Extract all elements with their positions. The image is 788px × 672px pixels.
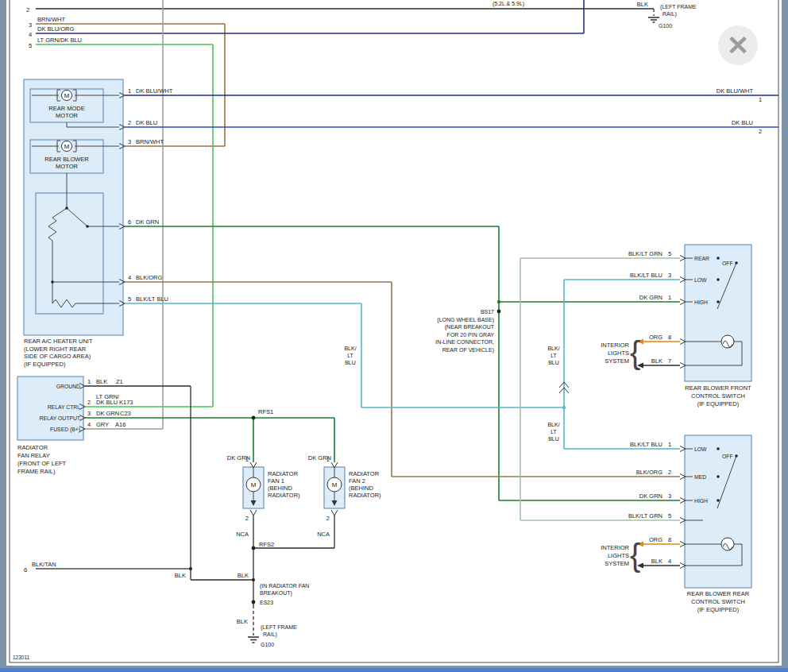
switch-position-label: OFF <box>722 454 733 459</box>
page-ref: 5 <box>29 42 32 49</box>
blower-motor-label: REAR BLOWER <box>44 156 89 163</box>
relay-row-label: GROUND <box>56 384 80 389</box>
pin-number: 3 <box>668 492 671 500</box>
blower-motor-label: MOTOR <box>56 163 78 170</box>
engine-note: (5.2L & 5.9L) <box>492 1 524 7</box>
component-caption: (IF EQUIPPED) <box>697 606 740 613</box>
mode-motor-label: REAR MODE <box>48 105 84 112</box>
wire-color-label: BLK/LT GRN <box>628 250 662 257</box>
motor-letter: M <box>64 92 70 99</box>
pin-number: 2 <box>87 399 91 406</box>
component-caption: REAR BLOWER FRONT <box>685 384 751 392</box>
interior-lights-label: INTERIOR <box>601 544 629 551</box>
wire-color-label: BLK/LT GRN <box>628 512 662 519</box>
interior-lights-label: LIGHTS <box>608 350 629 357</box>
wire-color-label: DK BLU <box>136 119 157 126</box>
component-caption: RADIATOR <box>349 470 380 477</box>
pin-number: 2 <box>668 469 671 476</box>
sheet-id: 123011 <box>13 655 30 660</box>
component-caption: RADIATOR) <box>268 492 300 499</box>
pin-number: 7 <box>668 357 671 365</box>
wire-color-label: GRY <box>96 421 109 428</box>
component-caption: RADIATOR <box>17 444 48 451</box>
pin-number: 3 <box>87 410 91 417</box>
wire-color-label: BLK <box>175 572 186 579</box>
pin-number: 8 <box>668 536 671 543</box>
circuit-id: Z1 <box>116 378 123 385</box>
interior-lights-label: SYSTEM <box>605 357 629 365</box>
pin-number: 4 <box>128 274 131 281</box>
wire-color-label: ORG <box>649 334 662 341</box>
wire-color-label: DK GRN <box>308 454 331 462</box>
wire-color-label: BRN/WHT <box>37 16 65 23</box>
component-caption: (BEHIND <box>268 485 292 492</box>
wiring-diagram-viewer: 123011 <box>0 0 788 672</box>
wire-color-label: ORG <box>649 536 662 543</box>
splice-label: RFS2 <box>259 541 274 548</box>
motor-letter: M <box>332 481 338 489</box>
circuit-id: C23 <box>120 410 131 417</box>
splice-location: IN-LINE CONNECTOR, <box>435 339 494 345</box>
motor-letter: M <box>251 481 257 489</box>
interior-lights-label: SYSTEM <box>605 560 629 567</box>
pin-number: 1 <box>128 87 131 95</box>
wire-color-label: LT <box>550 353 557 358</box>
switch-position-label: REAR <box>694 256 709 261</box>
wire-color-label: DK GRN <box>639 492 662 500</box>
wire-color-label: BLK/ORG <box>136 274 163 281</box>
component-caption: (BEHIND <box>349 485 373 492</box>
pin-number: 2 <box>128 119 131 126</box>
splice-location: (LONG WHEEL BASE) <box>437 317 494 323</box>
wire-color-label: BLK <box>238 572 249 579</box>
component-caption: RADIATOR) <box>349 492 381 499</box>
wire-color-label: LT GRN/DK BLU <box>37 37 82 44</box>
wire-color-label: DK GRN <box>136 218 159 226</box>
wire-color-label: NCA <box>236 531 249 538</box>
splice-location: REAR OF VEHICLE) <box>442 347 494 353</box>
wire-color-label: BLK/ <box>547 422 559 427</box>
ground-name: G100 <box>659 23 672 29</box>
mode-motor-label: MOTOR <box>56 112 78 119</box>
interior-lights-label: INTERIOR <box>601 342 629 349</box>
splice-location: FOR 20 PIN GRAY <box>447 332 495 338</box>
pin-number: 4 <box>668 558 671 565</box>
pin-number: 5 <box>668 250 671 257</box>
component-caption: REAR BLOWER REAR <box>687 590 750 597</box>
component-caption: (IF EQUIPPED) <box>697 400 740 407</box>
component-caption: FAN 1 <box>268 477 284 485</box>
circuit-id: K173 <box>119 399 133 406</box>
motor-letter: M <box>64 143 70 150</box>
close-button[interactable]: ✕ <box>718 25 758 65</box>
component-caption: FAN RELAY <box>17 452 50 459</box>
switch-position-label: LOW <box>694 277 707 283</box>
wire-color-label: LT <box>550 429 557 434</box>
wire-color-label: DK BLU <box>732 119 753 126</box>
component-caption: REAR A/C HEATER UNIT <box>24 338 93 345</box>
wire-color-label: DK GRN <box>96 410 119 417</box>
wire-color-label: BLK <box>651 357 662 365</box>
wire-color-label: DK BLU <box>96 399 118 406</box>
wire-color-label: BLU <box>548 360 559 365</box>
pin-number: 4 <box>87 421 91 428</box>
component-caption: RADIATOR <box>268 470 299 477</box>
switch-position-label: HIGH <box>694 498 708 504</box>
wire-color-label: BLK/TAN <box>32 561 56 568</box>
switch-position-label: HIGH <box>694 299 708 305</box>
page-ref: 1 <box>759 96 762 103</box>
page-ref: 2 <box>26 6 29 14</box>
pin-number: 1 <box>668 441 671 448</box>
ground-location: RAIL) <box>263 631 277 638</box>
splice-label: BS17 <box>481 309 494 315</box>
wire-color-label: DK GRN <box>227 454 250 462</box>
wire-color-label: DK BLU/WHT <box>717 87 754 95</box>
splice-label: RFS1 <box>258 408 273 415</box>
splice-label: ES23 <box>260 600 273 605</box>
circuit-id: A16 <box>115 421 126 428</box>
wire-color-label: DK GRN <box>639 294 662 301</box>
interior-lights-label: LIGHTS <box>608 552 629 559</box>
splice-location: (IN RADIATOR FAN <box>260 583 309 589</box>
wire-color-label: BLK/ <box>547 346 559 351</box>
component-caption: CONTROL SWITCH <box>691 392 745 400</box>
pin-number: 1 <box>668 294 671 301</box>
wire-color-label: DK BLU/WHT <box>136 87 173 95</box>
